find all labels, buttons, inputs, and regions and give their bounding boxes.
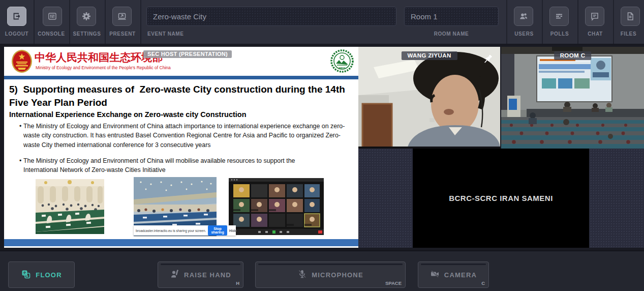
app-window: LOGOUT CONSOLE SETTINGS PRESENT EVENT NA…: [0, 0, 644, 291]
hold-indicator: [161, 264, 240, 265]
raise-hand-label: RAISE HAND: [184, 271, 231, 279]
divider: [34, 0, 35, 44]
microphone-shortcut: SPACE: [385, 280, 402, 286]
logout-icon: [12, 11, 22, 21]
raise-hand-button[interactable]: RAISE HAND H: [158, 261, 243, 288]
camera-off-icon: [430, 269, 440, 280]
video-tile-wang-ziyuan[interactable]: WANG ZIYUAN: [358, 47, 500, 149]
slide-bullet-list: The Ministry of Ecology and Environment …: [19, 122, 349, 175]
console-icon: [47, 11, 57, 21]
present-button[interactable]: [112, 7, 132, 26]
camera-shortcut: C: [481, 280, 485, 286]
present-label: PRESENT: [105, 31, 140, 37]
hide-notification-button[interactable]: Hide: [229, 229, 237, 232]
presenter-role-badge: SEC HOST (PRESENTATION): [143, 50, 232, 58]
divider: [506, 0, 507, 44]
polls-label: POLLS: [542, 31, 577, 37]
slide-subtitle: International Experience Exchange on Zer…: [9, 110, 345, 119]
video-row-secondary: BCRC-SCRC IRAN SAMENI: [358, 149, 644, 248]
logout-button[interactable]: [7, 7, 26, 26]
participant-name-badge: ROOM C: [554, 51, 592, 60]
users-label: USERS: [506, 31, 542, 37]
hold-indicator: [258, 264, 403, 265]
divider: [542, 0, 543, 44]
console-label: CONSOLE: [34, 31, 69, 37]
microphone-muted-icon: [297, 269, 307, 280]
top-toolbar: LOGOUT CONSOLE SETTINGS PRESENT EVENT NA…: [0, 0, 644, 45]
pin-icon[interactable]: [482, 53, 494, 65]
raise-hand-shortcut: H: [236, 280, 239, 286]
slide-bullet: The Ministry of Ecology and Environment …: [19, 156, 304, 175]
slide-header-divider: [4, 76, 358, 79]
presentation-slide: SEC HOST (PRESENTATION) 中华人民共和国生态环境部 Min…: [4, 47, 358, 248]
camera-label: CAMERA: [444, 271, 477, 279]
divider: [613, 0, 614, 44]
divider: [140, 0, 141, 44]
svg-text:MEE: MEE: [339, 67, 345, 70]
ministry-name-en: Ministry of Ecology and Environment of t…: [36, 65, 171, 70]
room-name-input[interactable]: [404, 7, 499, 26]
chat-button[interactable]: [585, 7, 604, 26]
users-button[interactable]: [514, 7, 533, 26]
files-icon: [625, 11, 635, 21]
room-name-label: ROOM NAME: [404, 31, 499, 37]
participant-name-badge: WANG ZIYUAN: [401, 51, 457, 60]
settings-label: SETTINGS: [69, 31, 105, 37]
slide-title: 5) Supporting measures of Zero-waste Cit…: [9, 83, 349, 109]
microphone-label: MICROPHONE: [312, 271, 363, 279]
svg-text:A: A: [26, 273, 29, 278]
main-area: SEC HOST (PRESENTATION) 中华人民共和国生态环境部 Min…: [0, 45, 644, 250]
slide-footer-bar: [4, 239, 358, 246]
settings-button[interactable]: [77, 7, 96, 26]
slide-bullet: The Ministry of Ecology and Environment …: [19, 122, 349, 150]
settings-icon: [81, 11, 91, 21]
zoom-meeting-screenshot: [229, 178, 324, 235]
room-video-frame: [501, 47, 644, 149]
console-button[interactable]: [43, 7, 62, 26]
divider: [105, 0, 106, 44]
video-tile-room-c[interactable]: ROOM C: [501, 47, 644, 149]
logout-label: LOGOUT: [0, 31, 34, 37]
participant-name-text: BCRC-SCRC IRAN SAMENI: [449, 194, 553, 202]
video-tile-camera-off[interactable]: BCRC-SCRC IRAN SAMENI: [413, 149, 589, 248]
hold-indicator: [421, 264, 486, 265]
speaker-video-frame: [358, 47, 500, 149]
files-label: FILES: [613, 31, 644, 37]
bottom-controls: A FLOOR RAISE HAND H MICROPHONE SPACE: [0, 250, 644, 291]
divider: [69, 0, 70, 44]
floor-language-button[interactable]: A FLOOR: [8, 261, 75, 288]
share-notification-text: broadcaster.interactio.eu is sharing you…: [136, 229, 206, 232]
files-button[interactable]: [621, 7, 640, 26]
conference-hall-photo: [36, 179, 104, 234]
polls-button[interactable]: [549, 7, 569, 26]
microphone-button[interactable]: MICROPHONE SPACE: [255, 261, 406, 288]
divider: [577, 0, 578, 44]
screen-share-notification: broadcaster.interactio.eu is sharing you…: [134, 225, 236, 236]
translation-icon: A: [21, 269, 31, 281]
users-icon: [518, 11, 529, 21]
raise-hand-icon: [170, 269, 179, 280]
camera-button[interactable]: CAMERA C: [418, 261, 489, 288]
event-name-input[interactable]: [146, 7, 396, 26]
present-icon: [117, 11, 127, 21]
chat-label: CHAT: [577, 31, 613, 37]
prc-national-emblem-icon: [11, 49, 33, 75]
stop-sharing-button[interactable]: Stop sharing: [208, 225, 227, 236]
polls-icon: [554, 11, 564, 21]
event-name-label: EVENT NAME: [147, 31, 208, 37]
mee-green-logo-icon: MEE: [330, 48, 354, 76]
chat-icon: [590, 11, 600, 21]
floor-label: FLOOR: [36, 271, 62, 279]
